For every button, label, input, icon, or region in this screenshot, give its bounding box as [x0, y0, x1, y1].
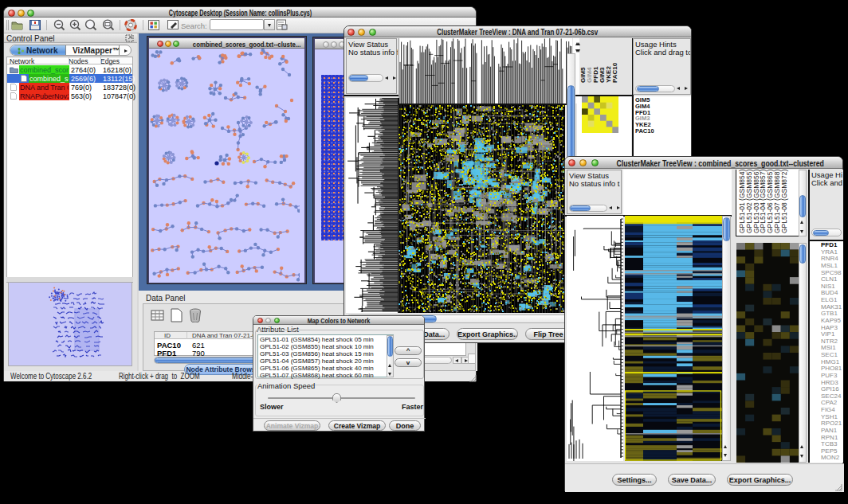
svg-text:PAC10: PAC10 [611, 62, 618, 83]
svg-text:GPL51-08 (GSM872): GPL51-08 (GSM872) [780, 170, 788, 233]
